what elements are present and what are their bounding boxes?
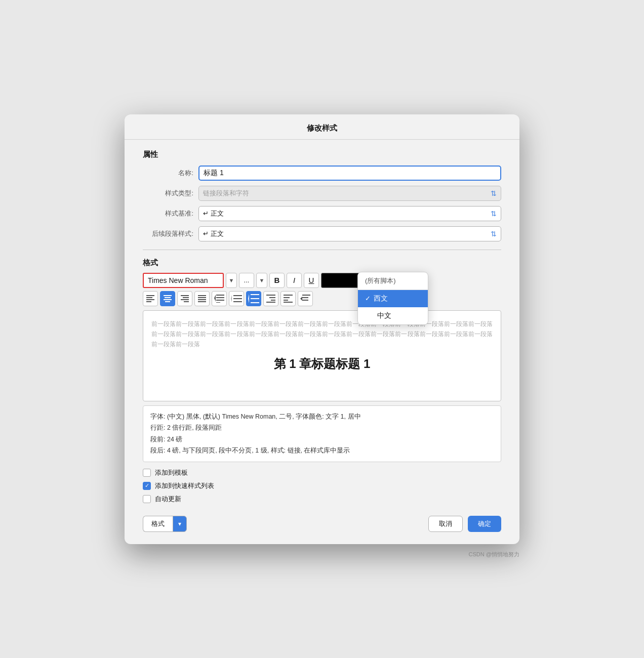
svg-rect-34 (284, 297, 290, 298)
svg-rect-11 (184, 301, 189, 302)
svg-rect-15 (198, 301, 206, 302)
svg-rect-14 (198, 299, 206, 300)
single-spacing-button[interactable] (212, 291, 227, 306)
svg-marker-24 (231, 295, 232, 302)
add-to-quick-styles-label: 添加到快速样式列表 (155, 481, 214, 490)
svg-rect-33 (284, 295, 293, 296)
dropdown-item-western[interactable]: ✓ 西文 (358, 290, 428, 307)
format-chevron-down-icon: ▾ (178, 520, 181, 527)
svg-rect-3 (146, 301, 151, 302)
style-type-spinner-icon: ⇅ (491, 189, 497, 197)
svg-rect-27 (251, 302, 259, 303)
svg-rect-9 (183, 297, 189, 298)
svg-rect-0 (146, 295, 154, 296)
svg-rect-38 (302, 297, 308, 298)
svg-rect-12 (198, 295, 206, 296)
format-section-label: 格式 (143, 258, 501, 268)
description-text: 字体: (中文) 黑体, (默认) Times New Roman, 二号, 字… (150, 413, 361, 455)
auto-update-row: 自动更新 (143, 495, 501, 504)
style-base-label: 样式基准: (143, 209, 193, 218)
follow-style-row: 后续段落样式: ↵ 正文 ⇅ (143, 226, 501, 241)
name-row: 名称: (143, 166, 501, 181)
svg-rect-6 (164, 299, 172, 300)
svg-rect-5 (165, 297, 171, 298)
align-left-button[interactable] (143, 291, 158, 306)
name-input[interactable] (198, 166, 501, 181)
font-name-dropdown-arrow[interactable]: ▼ (226, 273, 237, 288)
justify-button[interactable] (194, 291, 210, 306)
dropdown-all-scripts: (所有脚本) (358, 272, 428, 290)
svg-rect-37 (302, 295, 310, 296)
svg-rect-21 (233, 295, 242, 296)
dialog-title: 修改样式 (125, 114, 519, 140)
decrease-indent-button[interactable] (280, 291, 296, 306)
svg-marker-40 (300, 297, 302, 301)
double-spacing-button[interactable] (246, 291, 261, 306)
bold-button[interactable]: B (269, 273, 285, 288)
increase-indent-button[interactable] (263, 291, 278, 306)
style-base-row: 样式基准: ↵ 正文 ⇅ (143, 206, 501, 221)
svg-rect-30 (269, 297, 275, 298)
font-size-dropdown-arrow[interactable]: ▼ (256, 273, 267, 288)
svg-marker-28 (248, 294, 249, 303)
svg-rect-13 (198, 297, 206, 298)
add-to-quick-styles-row: ✓ 添加到快速样式列表 (143, 481, 501, 490)
format-toolbar-row1: Times New Roman ▼ ... ▼ B I U (143, 273, 501, 288)
add-to-quick-styles-checkbox[interactable]: ✓ (143, 482, 151, 490)
font-name-box[interactable]: Times New Roman (143, 273, 224, 288)
follow-style-select[interactable]: ↵ 正文 ⇅ (198, 226, 501, 241)
cancel-button[interactable]: 取消 (428, 516, 463, 532)
auto-update-label: 自动更新 (155, 495, 181, 504)
svg-rect-23 (233, 301, 242, 302)
footer-right: 取消 确定 (428, 516, 501, 532)
format-button[interactable]: 格式 (143, 516, 173, 532)
style-base-select[interactable]: ↵ 正文 ⇅ (198, 206, 501, 221)
one-half-spacing-button[interactable] (229, 291, 244, 306)
add-to-template-checkbox[interactable] (143, 469, 151, 477)
svg-rect-25 (251, 294, 259, 295)
svg-rect-36 (284, 302, 293, 303)
align-right-button[interactable] (177, 291, 192, 306)
font-size-btn[interactable]: ... (239, 273, 254, 288)
align-toolbar-row (143, 291, 501, 306)
preview-main-heading: 第 1 章标题标题 1 (151, 356, 493, 372)
style-type-row: 样式类型: 链接段落和字符 ⇅ (143, 186, 501, 201)
auto-update-checkbox[interactable] (143, 495, 151, 503)
style-type-select: 链接段落和字符 ⇅ (198, 186, 501, 201)
preview-prev-paragraph: 前一段落前一段落前一段落前一段落前一段落前一段落前一段落前一段落前一段落前一段落… (151, 319, 493, 350)
svg-marker-20 (214, 295, 216, 302)
footer-left: 格式 ▾ (143, 516, 187, 532)
modify-style-dialog: 修改样式 属性 名称: 样式类型: 链接段落和字符 ⇅ 样式基准: ↵ 正文 ⇅ (125, 114, 519, 544)
svg-rect-39 (302, 300, 308, 301)
section-divider (143, 250, 501, 250)
dialog-body: 属性 名称: 样式类型: 链接段落和字符 ⇅ 样式基准: ↵ 正文 ⇅ 后续段落… (125, 140, 519, 504)
svg-rect-10 (181, 299, 189, 300)
follow-label: 后续段落样式: (143, 229, 193, 238)
italic-button[interactable]: I (287, 273, 302, 288)
font-name-text: Times New Roman (148, 276, 208, 284)
svg-rect-2 (146, 299, 154, 300)
format-dropdown-arrow-button[interactable]: ▾ (173, 516, 187, 532)
outdent-button[interactable] (298, 291, 313, 306)
svg-rect-35 (284, 300, 288, 301)
svg-rect-19 (216, 302, 220, 303)
align-center-button[interactable] (160, 291, 175, 306)
style-base-spinner-icon: ⇅ (491, 210, 497, 218)
add-to-template-row: 添加到模板 (143, 468, 501, 477)
style-description-box: 字体: (中文) 黑体, (默认) Times New Roman, 二号, 字… (143, 405, 501, 462)
underline-button[interactable]: U (304, 273, 319, 288)
dropdown-item-chinese[interactable]: 中文 (358, 307, 428, 324)
style-type-label: 样式类型: (143, 189, 193, 198)
svg-rect-1 (146, 297, 152, 298)
svg-rect-22 (233, 298, 242, 299)
svg-rect-4 (164, 295, 172, 296)
add-to-template-label: 添加到模板 (155, 468, 188, 477)
svg-rect-16 (216, 295, 224, 296)
svg-rect-29 (266, 295, 275, 296)
properties-section-label: 属性 (143, 150, 501, 159)
dialog-footer: 格式 ▾ 取消 确定 (125, 508, 519, 532)
watermark: CSDN @悄悄地努力 (469, 551, 519, 558)
svg-rect-31 (271, 300, 275, 301)
check-icon: ✓ (365, 295, 371, 302)
confirm-button[interactable]: 确定 (468, 516, 501, 532)
